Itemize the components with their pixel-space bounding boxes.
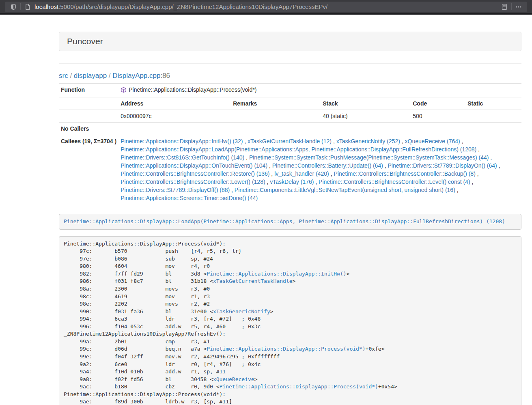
symbol-table: Function Pinetime::Applications::Display… xyxy=(59,83,521,204)
callee-link[interactable]: lv_task_handler (420) xyxy=(274,170,329,177)
browser-toolbar: localhost:5000/path/src/displayapp/Displ… xyxy=(0,0,532,13)
reader-mode-icon[interactable] xyxy=(500,2,509,11)
column-header-code: Code xyxy=(411,97,465,110)
asm-line: 982: f7ff fd29 bl 3d8 <Pinetime::Applica… xyxy=(64,270,517,278)
column-header-static: Static xyxy=(465,97,521,110)
stats-value-row: 0x0000097c 40 (static) 500 xyxy=(59,110,521,123)
package-icon xyxy=(121,87,127,95)
symbol-link[interactable]: xTaskGetCurrentTaskHandle xyxy=(213,278,293,284)
asm-line: 986: f031 f8c7 bl 31b18 <xTaskGetCurrent… xyxy=(64,278,517,285)
asm-line: 99e: f04f 32ff mov.w r2, #4294967295 ; 0… xyxy=(64,353,517,361)
loadapp-highlight-box: Pinetime::Applications::DisplayApp::Load… xyxy=(59,214,521,230)
callees-label: Callees (19, Σ=3704 ) xyxy=(59,135,118,205)
static-value xyxy=(465,110,521,123)
asm-line: 9a4: f10d 010b add.w r1, sp, #11 xyxy=(64,368,517,376)
asm-line: Pinetime::Applications::DisplayApp::Proc… xyxy=(64,240,517,248)
asm-line: _ZN8Pinetime12Applications10DisplayApp7R… xyxy=(64,330,517,338)
function-row: Function Pinetime::Applications::Display… xyxy=(59,84,521,97)
asm-line: 9ac: b180 cbz r0, 9d0 <Pinetime::Applica… xyxy=(64,383,517,391)
callee-link[interactable]: Pinetime::Drivers::St7789::DisplayOff() … xyxy=(121,187,230,193)
callee-link[interactable]: xTaskGenericNotify (252) xyxy=(336,138,400,144)
column-header-stack: Stack xyxy=(321,97,411,110)
callee-link[interactable]: Pinetime::Applications::Screens::Timer::… xyxy=(121,195,258,201)
column-header-remarks: Remarks xyxy=(231,97,321,110)
function-label: Function xyxy=(59,84,118,97)
asm-line: 980: 4604 mov r4, r0 xyxy=(64,263,517,270)
asm-line: 9a8: f02f fd56 bl 30458 <xQueueReceive> xyxy=(64,376,517,383)
breadcrumb-separator: / xyxy=(107,72,112,80)
callee-link[interactable]: Pinetime::Controllers::Battery::Update()… xyxy=(272,162,383,169)
symbol-link[interactable]: Pinetime::Applications::DisplayApp::Proc… xyxy=(220,383,378,390)
callee-link[interactable]: Pinetime::System::SystemTask::PushMessag… xyxy=(249,154,489,161)
breadcrumb: src / displayapp / DisplayApp.cpp:86 xyxy=(59,72,521,80)
stats-header-row: Address Remarks Stack Code Static xyxy=(59,97,521,110)
breadcrumb-item[interactable]: displayapp xyxy=(74,72,107,80)
symbol-link[interactable]: Pinetime::Applications::DisplayApp::Init… xyxy=(207,271,346,277)
asm-line: 9a2: 6ce0 ldr r0, [r4, #76] ; 0x4c xyxy=(64,361,517,368)
function-name-cell: Pinetime::Applications::DisplayApp::Proc… xyxy=(118,84,521,97)
loadapp-link[interactable]: Pinetime::Applications::DisplayApp::Load… xyxy=(64,218,505,224)
page-container: Puncover src / displayapp / DisplayApp.c… xyxy=(59,32,521,405)
asm-line: 98c: 4619 mov r1, r3 xyxy=(64,293,517,301)
callees-list: Pinetime::Applications::DisplayApp::Init… xyxy=(118,135,521,205)
no-callers-label: No Callers xyxy=(59,123,118,135)
asm-line: 97e: b086 sub sp, #24 xyxy=(64,255,517,263)
breadcrumb-item[interactable]: DisplayApp.cpp xyxy=(112,72,160,80)
disassembly-box: Pinetime::Applications::DisplayApp::Proc… xyxy=(59,236,521,405)
asm-line: 9ae: f89d 300b ldrb.w r3, [sp, #11] xyxy=(64,398,517,405)
callees-row: Callees (19, Σ=3704 ) Pinetime::Applicat… xyxy=(59,135,521,205)
callee-link[interactable]: Pinetime::Applications::DisplayApp::OnTo… xyxy=(121,162,267,169)
urlbar-divider xyxy=(511,3,512,10)
url-text[interactable]: localhost:5000/path/src/displayapp/Displ… xyxy=(34,3,327,10)
asm-line: 98e: 2202 movs r2, #2 xyxy=(64,300,517,308)
callee-link[interactable]: xTaskGetCurrentTaskHandle (12) xyxy=(248,138,332,144)
callee-link[interactable]: Pinetime::Components::LittleVgl::SetNewT… xyxy=(235,187,455,193)
url-path: :5000/path/src/displayapp/DisplayApp.cpp… xyxy=(58,3,327,10)
breadcrumb-separator: / xyxy=(68,72,74,80)
callee-link[interactable]: Pinetime::Drivers::St7789::DisplayOn() (… xyxy=(388,162,497,169)
callee-link[interactable]: vTaskDelay (176) xyxy=(270,179,314,185)
remarks-value xyxy=(231,110,321,123)
callee-link[interactable]: Pinetime::Controllers::BrightnessControl… xyxy=(319,179,470,185)
asm-line: Pinetime::Applications::DisplayApp::Proc… xyxy=(64,391,517,399)
url-bar[interactable]: localhost:5000/path/src/displayapp/Displ… xyxy=(5,2,527,12)
stack-value: 40 (static) xyxy=(321,110,411,123)
toolbar-bottom-edge xyxy=(0,13,532,15)
column-header-address: Address xyxy=(118,97,231,110)
asm-line: 990: f031 fa36 bl 31e00 <xTaskGenericNot… xyxy=(64,308,517,316)
urlbar-divider xyxy=(20,3,21,10)
shield-icon[interactable] xyxy=(9,2,18,11)
breadcrumb-line-number: :86 xyxy=(160,72,170,80)
breadcrumb-item[interactable]: src xyxy=(59,72,68,80)
no-callers-row: No Callers xyxy=(59,123,521,135)
function-name: Pinetime::Applications::DisplayApp::Proc… xyxy=(129,86,256,93)
app-header-panel: Puncover xyxy=(59,32,521,51)
callee-link[interactable]: Pinetime::Applications::DisplayApp::Init… xyxy=(121,138,243,144)
callee-link[interactable]: Pinetime::Drivers::Cst816S::GetTouchInfo… xyxy=(121,154,244,161)
symbol-link[interactable]: Pinetime::Applications::DisplayApp::Proc… xyxy=(207,346,365,352)
callee-link[interactable]: xQueueReceive (764) xyxy=(405,138,460,144)
address-value: 0x0000097c xyxy=(118,110,231,123)
callee-link[interactable]: Pinetime::Controllers::BrightnessControl… xyxy=(334,170,475,177)
code-value: 500 xyxy=(411,110,465,123)
asm-line: 98a: 2300 movs r3, #0 xyxy=(64,285,517,293)
asm-line: 99a: 2b01 cmp r3, #1 xyxy=(64,338,517,346)
page-title: Puncover xyxy=(67,37,103,46)
asm-line: 994: 6ca3 ldr r3, [r4, #72] ; 0x48 xyxy=(64,315,517,323)
asm-line: 99c: d06d beq.n a7a <Pinetime::Applicati… xyxy=(64,345,517,353)
asm-line: 97c: b570 push {r4, r5, r6, lr} xyxy=(64,248,517,255)
callee-link[interactable]: Pinetime::Applications::DisplayApp::Load… xyxy=(121,146,476,153)
divider xyxy=(59,63,521,64)
symbol-link[interactable]: xTaskGenericNotify xyxy=(213,308,270,315)
callee-link[interactable]: Pinetime::Controllers::BrightnessControl… xyxy=(121,170,269,177)
url-host: localhost xyxy=(34,3,58,10)
symbol-link[interactable]: xQueueReceive xyxy=(213,376,254,382)
callee-link[interactable]: Pinetime::Controllers::BrightnessControl… xyxy=(121,179,265,185)
asm-line: 996: f104 053c add.w r5, r4, #60 ; 0x3c xyxy=(64,323,517,331)
page-icon[interactable] xyxy=(23,2,32,11)
page-actions-icon[interactable] xyxy=(514,2,523,11)
